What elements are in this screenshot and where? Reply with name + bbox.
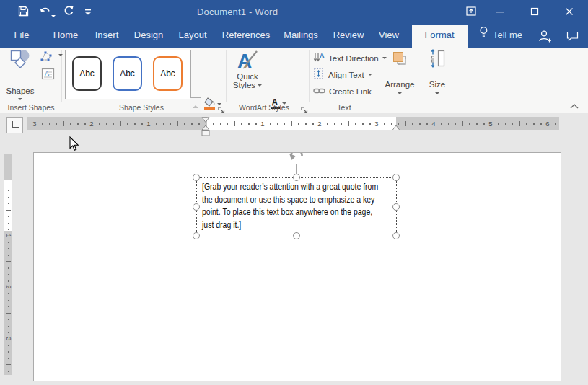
comments-button[interactable] <box>566 31 579 44</box>
gallery-scroll-up-icon <box>193 105 198 108</box>
tab-stop-selector[interactable] <box>6 117 23 133</box>
tab-file[interactable]: File <box>14 25 30 46</box>
shapes-button[interactable]: Shapes <box>3 49 38 100</box>
sign-in-button[interactable] <box>538 30 553 45</box>
hanging-indent-marker[interactable] <box>202 125 209 130</box>
save-button[interactable] <box>15 5 31 19</box>
ruler-number: 5 <box>488 117 492 130</box>
horizontal-ruler-text-area <box>207 117 396 130</box>
group-label-text: Text <box>337 103 351 112</box>
sign-in-icon <box>538 32 553 45</box>
size-button-label: Size <box>429 80 445 89</box>
ribbon-display-options-icon <box>466 6 476 19</box>
lightbulb-icon <box>479 25 488 46</box>
edit-shape-dropdown-caret <box>58 54 63 56</box>
resize-handle-bottom-right[interactable] <box>392 232 400 239</box>
left-indent-marker[interactable] <box>202 131 209 136</box>
ribbon: Shapes A Insert Shapes Abc Abc Abc <box>0 48 588 114</box>
shape-fill-icon <box>203 97 215 110</box>
document-page[interactable]: [Grab your reader’s attention with a gre… <box>33 152 561 381</box>
text-direction-label: Text Direction <box>328 54 379 63</box>
tab-insert[interactable]: Insert <box>95 25 119 46</box>
group-divider <box>226 50 227 102</box>
size-button[interactable]: Size <box>423 49 452 94</box>
edit-shape-icon <box>40 53 56 65</box>
arrange-icon <box>390 49 409 71</box>
text-direction-icon: A <box>313 51 325 66</box>
quick-styles-button[interactable]: A Quick Styles <box>229 49 266 89</box>
shape-style-option-3[interactable]: Abc <box>153 56 183 91</box>
resize-handle-top-left[interactable] <box>193 174 200 181</box>
selected-text-box[interactable]: [Grab your reader’s attention with a gre… <box>196 177 397 236</box>
resize-handle-bottom-left[interactable] <box>193 232 200 239</box>
shape-style-option-1[interactable]: Abc <box>72 56 102 91</box>
create-link-button[interactable]: Create Link <box>313 85 372 97</box>
text-box-placeholder-text[interactable]: [Grab your reader’s attention with a gre… <box>202 181 378 231</box>
redo-button[interactable] <box>61 5 76 19</box>
arrange-button[interactable]: Arrange <box>382 49 418 94</box>
ribbon-display-options-button[interactable] <box>462 4 480 20</box>
quick-styles-icon: A <box>235 49 260 72</box>
ruler-number: 2 <box>89 117 93 130</box>
document-canvas: 321123456 123 [Grab your reader’s atte <box>0 113 588 385</box>
tab-mailings[interactable]: Mailings <box>284 25 318 46</box>
text-box-icon: A <box>41 70 55 82</box>
resize-handle-top-middle[interactable] <box>293 174 300 181</box>
collapse-ribbon-button[interactable] <box>569 99 579 112</box>
tell-me-label: Tell me <box>493 25 522 46</box>
undo-button[interactable] <box>37 5 53 19</box>
undo-dropdown-caret[interactable] <box>51 9 56 22</box>
minimize-button[interactable] <box>491 4 509 20</box>
tab-format[interactable]: Format <box>424 25 454 46</box>
customize-qat-button[interactable] <box>80 5 96 19</box>
draw-text-box-button[interactable]: A <box>41 68 55 83</box>
shape-styles-gallery: Abc Abc Abc <box>65 50 191 99</box>
create-link-icon <box>313 85 325 98</box>
maximize-icon <box>530 6 539 19</box>
resize-handle-bottom-middle[interactable] <box>293 232 300 239</box>
tell-me-box[interactable]: Tell me <box>479 25 522 46</box>
close-button[interactable] <box>561 4 578 20</box>
minimize-icon <box>496 6 504 19</box>
ruler-number: 1 <box>146 117 150 130</box>
resize-handle-middle-left[interactable] <box>193 203 200 211</box>
rotate-handle[interactable] <box>289 152 304 164</box>
right-indent-svg <box>391 125 401 131</box>
tab-design[interactable]: Design <box>134 25 163 46</box>
redo-icon <box>63 5 74 19</box>
tab-references[interactable]: References <box>222 25 270 46</box>
group-divider <box>309 50 310 102</box>
first-line-indent-marker[interactable] <box>202 118 209 123</box>
shape-style-option-2[interactable]: Abc <box>113 56 142 91</box>
text-line: point. To place this text box anywhere o… <box>202 206 378 219</box>
resize-handle-top-right[interactable] <box>392 174 400 181</box>
vertical-ruler: 123 <box>4 154 12 375</box>
right-indent-marker[interactable] <box>392 125 400 130</box>
group-divider <box>421 50 421 102</box>
tab-layout[interactable]: Layout <box>178 25 206 46</box>
align-text-dropdown-caret <box>368 74 372 76</box>
ruler-number: 4 <box>431 117 435 130</box>
tab-home[interactable]: Home <box>53 25 79 46</box>
text-line: just drag it.] <box>202 219 378 232</box>
save-icon <box>18 6 29 19</box>
tab-review[interactable]: Review <box>333 25 364 46</box>
ribbon-tab-row: File Home Insert Design Layout Reference… <box>0 25 588 48</box>
edit-shape-button[interactable] <box>40 50 61 66</box>
shapes-button-label: Shapes <box>6 87 34 95</box>
comments-icon <box>566 31 579 43</box>
arrange-button-label: Arrange <box>385 80 415 89</box>
title-bar: Document1 - Word <box>0 0 588 25</box>
indent-markers <box>201 117 211 136</box>
resize-handle-middle-right[interactable] <box>392 203 400 211</box>
text-line: the document or use this space to emphas… <box>202 194 378 207</box>
group-label-insert-shapes: Insert Shapes <box>8 103 55 112</box>
horizontal-ruler: 321123456 <box>27 117 559 130</box>
text-direction-button[interactable]: A Text Direction <box>313 52 387 64</box>
shapes-icon <box>9 49 32 72</box>
align-text-button[interactable]: Align Text <box>313 68 372 81</box>
maximize-button[interactable] <box>526 4 543 20</box>
svg-text:A: A <box>45 70 49 77</box>
group-divider <box>455 50 455 102</box>
tab-view[interactable]: View <box>379 25 399 46</box>
